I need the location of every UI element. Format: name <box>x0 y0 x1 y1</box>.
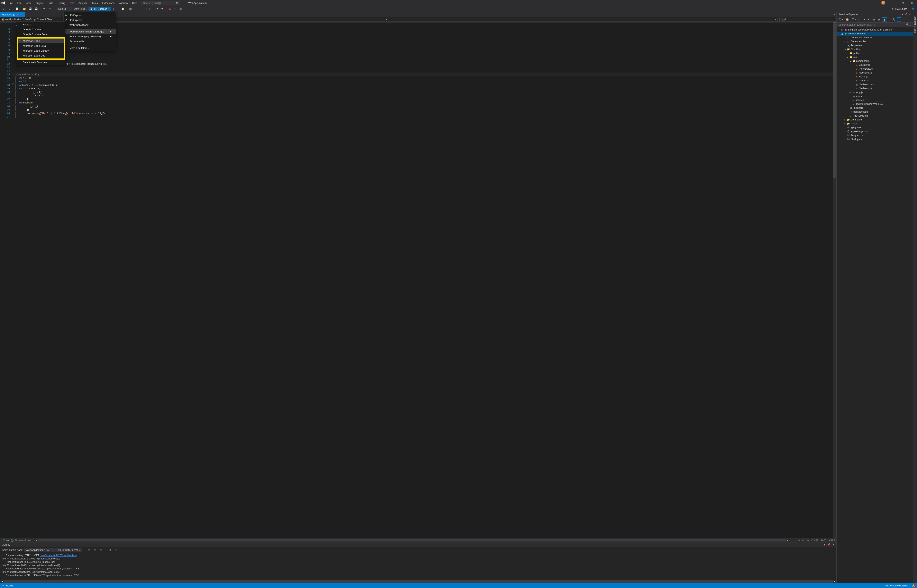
solexp-showall[interactable]: ⊞ <box>877 18 881 21</box>
run-button[interactable]: ▶ IIS Express ▾ <box>89 6 111 11</box>
menu-item[interactable]: Web Browser (Microsoft Edge)▶ <box>63 29 116 34</box>
tree-item[interactable]: ◢📁src <box>837 55 913 59</box>
solexp-dropdown-icon[interactable]: ▾ <box>902 13 903 16</box>
scroll-right-icon[interactable]: ▶ <box>786 539 789 541</box>
add-to-source-button[interactable]: ↑ Add to Source Control ▴ <box>883 584 910 587</box>
tree-item[interactable]: ⟐Home.js <box>837 75 913 79</box>
maximize-button[interactable]: ▢ <box>898 0 907 6</box>
menu-item[interactable]: Google Chrome Beta <box>17 32 65 37</box>
tree-item[interactable]: ▷⟐App.js <box>837 90 913 94</box>
scroll-left-icon[interactable]: ◀ <box>0 580 3 583</box>
tree-item[interactable]: ⟐Fibonacci.js <box>837 71 913 75</box>
scroll-right-icon[interactable]: ▶ <box>833 580 836 583</box>
menu-window[interactable]: Window <box>117 1 130 5</box>
tree-item[interactable]: C#Program.cs <box>837 133 913 137</box>
menu-edit[interactable]: Edit <box>15 1 23 5</box>
close-button[interactable]: ✕ <box>907 0 916 6</box>
menu-build[interactable]: Build <box>46 1 55 5</box>
nav-back-button[interactable]: ◀▾ <box>1 6 7 11</box>
split-handle[interactable] <box>0 21 836 23</box>
output-tb-2[interactable]: ≣ <box>93 548 97 552</box>
tree-item[interactable]: ⟐index.js <box>837 98 913 102</box>
scroll-left-icon[interactable]: ◀ <box>35 539 38 541</box>
menu-item[interactable]: Microsoft Edge Beta <box>17 44 65 48</box>
output-close-icon[interactable]: ✕ <box>832 543 834 546</box>
tree-item[interactable]: ▷🔧Properties <box>837 44 913 47</box>
vertical-scrollbar[interactable] <box>833 23 836 538</box>
open-file-button[interactable]: 📂 <box>22 6 27 11</box>
feedback-button[interactable]: 👤 <box>911 6 916 11</box>
solexp-collapse[interactable]: ⊟ <box>872 18 876 21</box>
save-all-button[interactable]: 💾 <box>34 6 39 11</box>
menu-item[interactable]: ✔Microsoft Edge <box>17 39 65 44</box>
close-icon[interactable]: ✕ <box>21 13 23 16</box>
tree-item[interactable]: 🗎.gitignore <box>837 106 913 110</box>
pin-icon[interactable]: 📌 <box>16 13 19 16</box>
tree-item[interactable]: ⟲Connected Services <box>837 36 913 39</box>
tree-item[interactable]: ⟐Counter.js <box>837 63 913 67</box>
output-hscroll[interactable]: ◀ ▶ <box>0 580 836 583</box>
tb-icon-10[interactable]: 📋 <box>178 6 183 11</box>
menu-tools[interactable]: Tools <box>90 1 100 5</box>
tree-item[interactable]: ⎆package.json <box>837 110 913 114</box>
menu-file[interactable]: File <box>6 1 15 5</box>
tb-icon-8[interactable]: 🔖 <box>167 6 173 11</box>
output-pin-icon[interactable]: 📌 <box>827 543 830 546</box>
tree-item[interactable]: ◢📁components <box>837 59 913 63</box>
output-tb-1[interactable]: ≣ <box>87 548 91 552</box>
solexp-pin-icon[interactable]: 📌 <box>905 13 907 16</box>
horizontal-scrollbar[interactable]: ◀ ▶ <box>35 539 789 541</box>
menu-test[interactable]: Test <box>68 1 76 5</box>
browser-refresh-button[interactable]: ↻▾ <box>111 6 117 11</box>
tree-item[interactable]: ⟐Layout.js <box>837 79 913 82</box>
tree-item[interactable]: ⟐registerServiceWorker.js <box>837 102 913 106</box>
new-project-button[interactable]: 📄▾ <box>14 6 21 11</box>
output-dropdown-icon[interactable]: ▾ <box>824 543 825 546</box>
issues-label[interactable]: No issues found <box>15 539 31 541</box>
tree-item[interactable]: ◢📁ClientApp <box>837 47 913 51</box>
tree-item[interactable]: C#Startup.cs <box>837 137 913 141</box>
tree-item[interactable]: ▷⬚Dependencies <box>837 39 913 44</box>
config-combo[interactable]: Debug▾ <box>57 7 72 11</box>
solexp-preview[interactable]: ▭ <box>897 18 901 21</box>
tree-item[interactable]: ▷📁Pages <box>837 122 913 126</box>
output-tb-5[interactable]: ⎘ <box>114 548 118 552</box>
tab-overflow-button[interactable]: ▾ <box>832 13 836 16</box>
menu-item[interactable]: ▶IIS Express <box>63 13 116 18</box>
solexp-refresh[interactable]: ⟲ <box>867 18 871 21</box>
output-body[interactable]: Request starting HTTP/1.1 GET http://loc… <box>0 553 836 580</box>
menu-item[interactable]: WebApplication2 <box>63 23 116 27</box>
tree-item[interactable]: 🗎.gitignore <box>837 126 913 129</box>
zoom-combo[interactable]: 100 % ▾ <box>2 539 9 541</box>
undo-button[interactable]: ↶▾ <box>42 6 47 11</box>
type-combo[interactable]: ▾ <box>389 18 778 21</box>
menu-item[interactable]: Google Chrome <box>17 27 65 32</box>
tb-icon-2[interactable]: 🖼 <box>128 6 133 11</box>
search-box[interactable]: Search (Ctrl+Q) 🔍 <box>141 1 180 5</box>
output-tb-4[interactable]: ≡ <box>108 548 112 552</box>
solexp-sync[interactable]: ↻▾ <box>860 18 866 21</box>
menu-item[interactable]: Microsoft Edge Dev <box>17 53 65 58</box>
redo-button[interactable]: ↷▾ <box>48 6 54 11</box>
solexp-view[interactable]: ◨▾ <box>882 18 887 21</box>
menu-item[interactable]: Script Debugging (Enabled)▶ <box>63 34 116 39</box>
tree-item[interactable]: ⟐NavMenu.js <box>837 86 913 90</box>
code-content[interactable]: import React, { Component }=i = this.cal… <box>12 23 833 538</box>
tb-icon-1[interactable]: 📋 <box>120 6 125 11</box>
menu-item[interactable]: More Emulators... <box>63 45 116 50</box>
menu-project[interactable]: Project <box>34 1 45 5</box>
platform-combo[interactable]: Any CPU▾ <box>73 7 89 11</box>
member-combo[interactable]: ⬚ f_0 ▾ <box>778 18 836 21</box>
tb-icon-9[interactable]: ✂ <box>173 6 178 11</box>
solexp-properties[interactable]: 🔧 <box>891 18 896 21</box>
solexp-back[interactable]: ◯▾ <box>838 18 844 21</box>
tree-item[interactable]: ◢⬢WebApplication2 <box>837 32 913 36</box>
tb-icon-4[interactable]: ⇥ <box>143 6 148 11</box>
tree-item[interactable]: ▷📁Controllers <box>837 118 913 122</box>
tree-item[interactable]: ▢▣Solution 'WebApplication2' (1 of 1 pro… <box>837 28 913 32</box>
menu-help[interactable]: Help <box>130 1 139 5</box>
live-share-button[interactable]: ⇪ Live Share <box>890 7 909 11</box>
solexp-home[interactable]: 🏠 <box>845 18 850 21</box>
code-editor[interactable]: 1234567891011121314151617181920212223242… <box>0 23 836 538</box>
tree-item[interactable]: ▷{}appsettings.json <box>837 129 913 133</box>
